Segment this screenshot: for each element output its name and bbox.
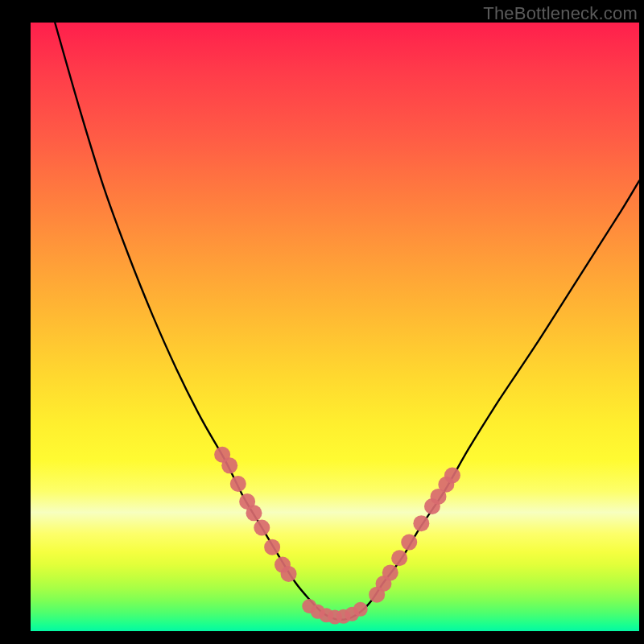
chart-svg [0, 0, 644, 644]
marker-dot [264, 539, 280, 555]
marker-dot [353, 602, 368, 617]
marker-dot [254, 519, 270, 535]
marker-dot [230, 476, 246, 492]
marker-dot [246, 505, 262, 521]
marker-dot [401, 535, 417, 551]
marker-dot [444, 467, 460, 483]
chart-frame: TheBottleneck.com [0, 0, 644, 644]
bottleneck-curve [55, 23, 639, 620]
marker-dot [281, 566, 297, 582]
curve-layer [55, 23, 639, 620]
marker-layer [214, 447, 460, 625]
marker-dot [221, 457, 237, 473]
marker-dot [413, 515, 429, 531]
marker-dot [391, 550, 407, 566]
watermark-text: TheBottleneck.com [483, 3, 638, 24]
marker-dot [382, 564, 398, 580]
